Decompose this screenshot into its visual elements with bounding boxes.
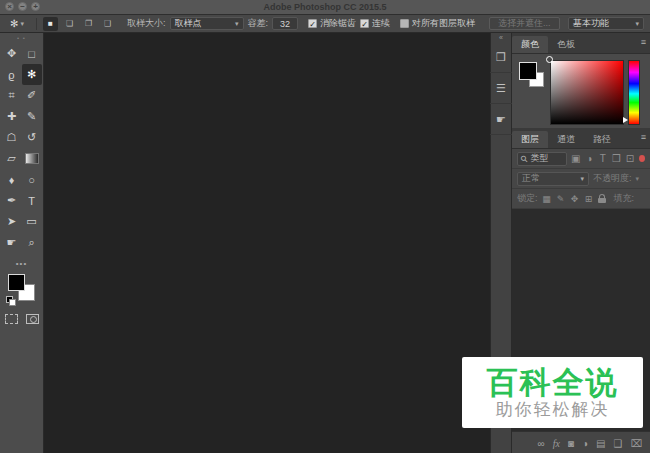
tool-grid: ✥ □ ϱ ✻ ⌗ ✐ ✚ ✎ ☖ ↺ ▱ ♦ ○ ✒ T ➤ ▭ ☛ ⌕	[2, 43, 42, 253]
new-layer-icon[interactable]: ❑	[614, 438, 623, 449]
watermark-title: 百科全说	[487, 367, 619, 398]
hue-slider-handle[interactable]	[623, 117, 628, 123]
default-colors-icon[interactable]	[6, 296, 14, 304]
brush-tool[interactable]: ✎	[22, 106, 42, 127]
adjustment-layer-icon[interactable]: ◑	[582, 438, 588, 449]
type-tool[interactable]: T	[22, 190, 42, 211]
window-title: Adobe Photoshop CC 2015.5	[263, 2, 386, 12]
sample-size-dropdown[interactable]: 取样点 ▾	[170, 17, 244, 30]
color-picker-marker[interactable]	[546, 56, 553, 63]
tools-panel: • • ✥ □ ϱ ✻ ⌗ ✐ ✚ ✎ ☖ ↺ ▱ ♦ ○ ✒ T ➤ ▭ ☛	[0, 33, 44, 453]
pen-tool[interactable]: ✒	[2, 190, 22, 211]
new-group-icon[interactable]: ▤	[596, 438, 605, 449]
layer-effects-icon[interactable]: fx	[553, 438, 560, 449]
workspace-dropdown[interactable]: 基本功能 ▾	[568, 17, 644, 30]
select-and-mask-button[interactable]: 选择并遮住...	[489, 17, 560, 30]
link-layers-icon[interactable]: ∞	[538, 438, 545, 449]
lock-image-pixels-icon[interactable]: ✎	[556, 194, 566, 204]
color-swatches	[6, 274, 38, 304]
saturation-brightness-field[interactable]	[550, 60, 624, 125]
docked-panel-button-1[interactable]: ❒	[490, 42, 512, 73]
lock-row: 锁定: ▦ ✎ ✥ ⊞ 填充:	[512, 189, 650, 209]
lasso-tool[interactable]: ϱ	[2, 64, 22, 85]
chevron-down-icon: ▾	[636, 175, 640, 183]
crop-tool[interactable]: ⌗	[2, 85, 22, 106]
tab-paths[interactable]: 路径	[584, 131, 620, 148]
add-to-selection-button[interactable]: ❏	[62, 17, 77, 31]
checkbox-unchecked-icon	[400, 19, 409, 28]
antialias-checkbox[interactable]: ✓ 消除锯齿	[308, 17, 356, 30]
zoom-tool[interactable]: ⌕	[22, 232, 42, 253]
fill-label: 填充:	[614, 192, 635, 205]
tab-channels[interactable]: 通道	[548, 131, 584, 148]
docked-panel-button-2[interactable]: ☰	[490, 73, 512, 104]
edit-toolbar-button[interactable]: •••	[16, 259, 27, 268]
antialias-label: 消除锯齿	[320, 17, 356, 30]
dodge-tool[interactable]: ○	[22, 169, 42, 190]
zoom-window-button[interactable]: +	[31, 2, 40, 11]
gradient-icon	[25, 153, 39, 164]
panel-menu-icon[interactable]: ≡	[641, 133, 646, 142]
tab-color[interactable]: 颜色	[512, 36, 548, 53]
standard-mode-icon[interactable]	[5, 314, 18, 324]
new-selection-button[interactable]: ■	[43, 17, 58, 31]
path-selection-tool[interactable]: ➤	[2, 211, 22, 232]
marquee-tool[interactable]: □	[22, 43, 42, 64]
canvas[interactable]	[44, 33, 490, 453]
clone-stamp-tool[interactable]: ☖	[2, 127, 22, 148]
magic-wand-tool[interactable]: ✻	[22, 64, 42, 85]
filter-label: 类型	[531, 152, 549, 165]
minimize-window-button[interactable]: −	[18, 2, 27, 11]
hue-slider-bar[interactable]	[628, 60, 640, 125]
lock-transparent-pixels-icon[interactable]: ▦	[542, 194, 552, 204]
panel-menu-icon[interactable]: ≡	[641, 38, 646, 47]
history-brush-tool[interactable]: ↺	[22, 127, 42, 148]
tab-swatches[interactable]: 色板	[548, 36, 584, 53]
blend-mode-value: 正常	[522, 172, 540, 185]
quick-mask-mode-icon[interactable]	[26, 314, 39, 324]
foreground-color-swatch[interactable]	[519, 62, 537, 80]
hand-tool[interactable]: ☛	[2, 232, 22, 253]
lock-all-icon[interactable]	[598, 194, 606, 203]
filter-adjustment-layers-icon[interactable]: ◑	[584, 153, 594, 164]
subtract-from-selection-button[interactable]: ❐	[81, 17, 96, 31]
filter-pixel-layers-icon[interactable]: ▣	[571, 153, 581, 164]
foreground-color-swatch[interactable]	[8, 274, 25, 291]
filter-smart-objects-icon[interactable]: ⊡	[625, 153, 635, 164]
tolerance-input[interactable]: 32	[272, 17, 298, 30]
expand-panels-icon[interactable]: «	[499, 34, 503, 42]
chevron-down-icon: ▾	[580, 175, 584, 183]
healing-brush-tool[interactable]: ✚	[2, 106, 22, 127]
toolbar-grip[interactable]: • •	[17, 35, 26, 41]
opacity-label: 不透明度:	[593, 172, 632, 185]
filter-type-layers-icon[interactable]: T	[598, 153, 608, 164]
lock-position-icon[interactable]: ✥	[570, 194, 580, 204]
intersect-selection-button[interactable]: ❑	[100, 17, 115, 31]
contiguous-label: 连续	[372, 17, 390, 30]
gradient-tool[interactable]	[22, 148, 42, 169]
color-picker-area	[512, 54, 650, 128]
tool-preset-picker[interactable]: ✻ ▾	[4, 18, 30, 29]
layers-panel-footer: ∞ fx ◙ ◑ ▤ ❑ ⌧	[512, 431, 650, 453]
docked-panel-button-3[interactable]: ☛	[490, 104, 512, 135]
lock-artboard-icon[interactable]: ⊞	[584, 194, 594, 204]
eraser-tool[interactable]: ▱	[2, 148, 22, 169]
close-window-button[interactable]: ×	[5, 2, 14, 11]
blur-tool[interactable]: ♦	[2, 169, 22, 190]
sample-all-layers-checkbox[interactable]: 对所有图层取样	[400, 17, 475, 30]
filter-toggle-icon[interactable]	[639, 155, 645, 162]
tab-layers[interactable]: 图层	[512, 131, 548, 148]
sample-size-label: 取样大小:	[127, 17, 166, 30]
tolerance-label: 容差:	[248, 17, 269, 30]
layer-filter-dropdown[interactable]: ⚲ 类型	[517, 152, 567, 166]
add-layer-mask-icon[interactable]: ◙	[568, 438, 574, 449]
blend-mode-dropdown[interactable]: 正常 ▾	[517, 172, 589, 186]
checkbox-checked-icon: ✓	[308, 19, 317, 28]
shape-tool[interactable]: ▭	[22, 211, 42, 232]
contiguous-checkbox[interactable]: ✓ 连续	[360, 17, 390, 30]
watermark-subtitle: 助你轻松解决	[496, 401, 610, 418]
filter-shape-layers-icon[interactable]: ❒	[612, 153, 622, 164]
move-tool[interactable]: ✥	[2, 43, 22, 64]
delete-layer-icon[interactable]: ⌧	[630, 438, 642, 449]
eyedropper-tool[interactable]: ✐	[22, 85, 42, 106]
